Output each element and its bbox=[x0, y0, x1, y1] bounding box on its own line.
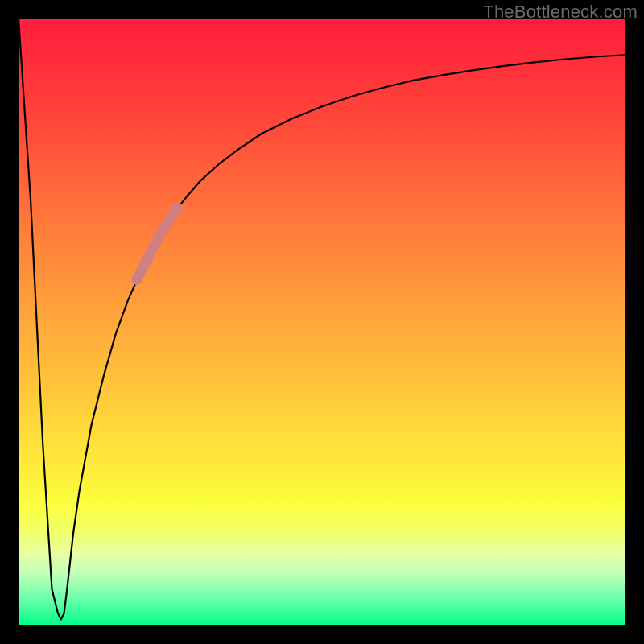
marker-dot bbox=[132, 275, 142, 285]
chart-svg bbox=[19, 19, 625, 625]
marker-dot bbox=[138, 262, 148, 273]
plot-area bbox=[19, 19, 625, 625]
bottleneck-curve bbox=[19, 19, 625, 619]
highlighted-markers bbox=[132, 208, 178, 284]
chart-frame: TheBottleneck.com bbox=[0, 0, 644, 644]
watermark-text: TheBottleneck.com bbox=[483, 2, 638, 23]
